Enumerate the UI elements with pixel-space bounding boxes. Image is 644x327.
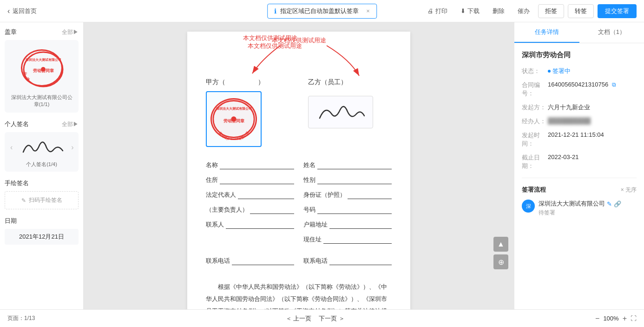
sig-prev-button[interactable]: ‹ [8,143,14,152]
sig-next-button[interactable]: › [69,143,75,152]
doc-viewer[interactable]: 本文档仅供测试用途 本文档仅供测试用途 本文档仅供测试用途 [84,22,514,309]
flow-section-title: 签署流程 × 无序 [522,186,637,194]
doc-body-text-area: 根据《中华人民共和国劳动法》（以下简称《劳动法》）、《中华人民共和国劳动合同法》… [206,281,392,309]
tab-task-details[interactable]: 任务详情 [514,22,579,43]
scroll-down-button[interactable]: ⊕ [493,254,508,269]
toast-area: ℹ 指定区域已自动加盖默认签章 × [267,4,377,19]
date-title: 日期 [5,217,17,225]
seal-card[interactable]: 深圳法大大测试有限公司 劳动合同章 深 圳 深圳法大大测试有限公司 深圳法大大测… [5,40,79,113]
gender-label-b: 性别 [303,176,315,184]
page-info: 页面：1/13 [7,314,35,322]
form-id-b: 身份证（护照） [303,191,392,206]
handwrite-section: 手绘签名 ✎ 扫码手绘签名 [5,179,79,209]
delete-button[interactable]: 删除 [488,5,509,17]
toolbar-actions: 🖨 打印 ⬇ 下载 删除 催办 拒签 转签 提交签署 [423,4,637,18]
flow-item-1: 深 深圳法大大测试有限公司 ✎ 🔗 待签署 [522,200,637,217]
contract-no-value: 164005650421310756 ⧉ [548,81,637,88]
print-button[interactable]: 🖨 打印 [423,5,452,17]
personal-sig-section: 个人签名 全部▶ ‹ › 个人签名(1/4) [5,120,79,172]
handwrite-title: 手绘签名 [5,179,29,187]
form-phone-row: 联系电话 联系电话 [206,257,392,272]
submit-button[interactable]: 提交签署 [598,4,637,18]
personal-sig-all-button[interactable]: 全部▶ [62,120,79,128]
info-icon: ℹ [274,7,276,15]
operator-label: 经办人： [522,117,548,126]
company-seal: 深圳法大大测试有限公司 劳动合同章 深 圳 深圳法大大测试有限公司 [21,49,63,87]
svg-text:劳动合同章: 劳动合同章 [223,118,245,123]
download-button[interactable]: ⬇ 下载 [456,5,484,17]
operator-value: ██████████ [548,117,637,124]
pencil-icon: ✎ [21,197,26,204]
name-line-b [317,161,392,169]
flow-link-icon[interactable]: 🔗 [614,200,621,207]
date-value: 2021年12月21日 [5,229,79,245]
form-address-row: 住所 性别 [206,176,392,191]
section-divider [522,178,637,178]
form-id-num: 号码 [303,206,392,214]
back-button[interactable]: ‹ 返回首页 [7,7,37,15]
zoom-in-button[interactable]: + [623,314,627,323]
urge-button[interactable]: 催办 [513,5,534,17]
date-header: 日期 [5,217,79,225]
form-phone-a-field: 联系电话 [206,257,294,265]
current-addr-label: 现住址 [303,235,322,244]
legal-line [238,191,294,199]
personal-sig-card[interactable]: ‹ › 个人签名(1/4) [5,132,79,172]
toast-close-icon[interactable]: × [366,7,370,14]
personal-sig-header: 个人签名 全部▶ [5,120,79,128]
red-label-left: 本文档仅供测试用途 [248,42,302,50]
form-principal: （主要负责人） [206,206,294,214]
form-col-b: 姓名 [303,161,392,176]
zoom-controls: − 100% + ⛶ [595,314,637,323]
hukou-line [329,220,392,229]
form-contact-row: 联系人 户籍地址 [206,220,392,235]
transfer-button[interactable]: 转签 [568,4,594,18]
idnum-label: 号码 [303,206,315,214]
gender-line-b [317,176,392,184]
fit-screen-icon[interactable]: ⛶ [631,315,637,322]
status-field: 状态： 签署中 [522,67,637,75]
tab-document[interactable]: 文档（1） [579,22,644,43]
sig-svg [16,136,67,159]
form-legal-rep: 法定代表人 [206,191,294,199]
flow-edit-icon[interactable]: ✎ [607,200,612,207]
doc-page: 本文档仅供测试用途 本文档仅供测试用途 本文档仅供测试用途 [187,32,410,309]
prev-page-button[interactable]: ＜ 上一页 [286,314,312,323]
back-arrow-icon: ‹ [7,7,10,15]
form-contact-a: 联系人 [206,220,294,235]
form-idnum-b: 号码 [303,206,392,220]
principal-line [250,206,294,214]
flow-avatar-1: 深 [522,200,535,213]
toolbar: ‹ 返回首页 ℹ 指定区域已自动加盖默认签章 × 🖨 打印 ⬇ 下载 删除 催办… [0,0,644,22]
seal-section-title: 盖章 [5,28,17,36]
seal-drop-area[interactable]: 深圳法大大测试有限公司 劳动合同章 深圳法大大测试有限公司 [206,91,262,147]
form-current: 现住址 [303,235,392,244]
left-panel: 盖章 全部▶ 深圳法大大测试有限公司 劳动合同章 深 圳 深圳法大大 [0,22,84,309]
reject-button[interactable]: 拒签 [538,4,564,18]
scroll-up-button[interactable]: ▲ [493,237,508,252]
form-hukou-b: 户籍地址 [303,220,392,235]
form-hukou: 户籍地址 [303,220,392,229]
doc-company-seal: 深圳法大大测试有限公司 劳动合同章 深圳法大大测试有限公司 [210,98,257,140]
seal-image: 深圳法大大测试有限公司 劳动合同章 深 圳 深圳法大大测试有限公司 [19,45,65,91]
addr-line-a [220,176,294,184]
next-page-button[interactable]: 下一页 ＞ [319,314,345,323]
seal-all-button[interactable]: 全部▶ [62,28,79,36]
copy-contract-no-button[interactable]: ⧉ [612,81,616,88]
form-addr-a: 住所 [206,176,294,191]
id-line [348,191,392,199]
right-panel-content: 深圳市劳动合同 状态： 签署中 合同编号： 164005650421310756… [514,43,644,309]
form-phone-b: 联系电话 [303,257,392,272]
svg-text:深圳法大大测试有限公司: 深圳法大大测试有限公司 [216,107,252,111]
id-label: 身份证（护照） [303,191,346,199]
back-label: 返回首页 [13,7,37,15]
sig-drop-area[interactable] [308,96,373,128]
form-address-a: 住所 [206,176,294,184]
contract-no-label: 合同编号： [522,81,548,98]
form-col-a: 名称 [206,161,294,176]
status-dot [548,70,551,73]
draw-sig-button[interactable]: ✎ 扫码手绘签名 [5,191,79,209]
phone-line-a [232,257,294,265]
flow-count: × 无序 [621,186,637,194]
zoom-out-button[interactable]: − [595,314,599,323]
